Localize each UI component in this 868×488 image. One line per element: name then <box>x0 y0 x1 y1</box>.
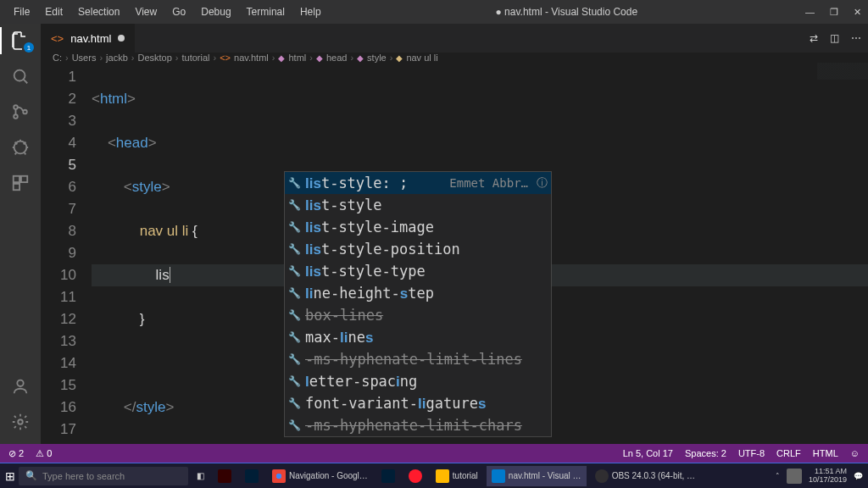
property-icon: 🔧 <box>288 282 300 304</box>
search-icon[interactable] <box>10 66 31 86</box>
taskbar-app-ai[interactable] <box>213 466 236 486</box>
status-bar: ⊘ 2 ⚠ 0 Ln 5, Col 17 Spaces: 2 UTF-8 CRL… <box>0 444 868 463</box>
svg-point-10 <box>18 419 23 424</box>
svg-point-3 <box>14 114 18 119</box>
taskbar-search[interactable]: 🔍 Type here to search <box>19 467 188 485</box>
property-icon: 🔧 <box>288 304 300 326</box>
compare-changes-icon[interactable]: ⇄ <box>810 32 818 44</box>
minimap[interactable] <box>817 63 868 181</box>
source-control-icon[interactable] <box>10 102 31 122</box>
svg-point-4 <box>23 110 27 114</box>
suggest-label: box-lines <box>305 304 548 326</box>
taskbar-explorer[interactable]: tutorial <box>431 466 483 486</box>
code-editor[interactable]: 1234 5678 9101112 13141516 1718 <html> <… <box>41 63 868 488</box>
suggest-item[interactable]: 🔧list-style-image <box>285 216 551 238</box>
minimize-button[interactable]: — <box>805 7 815 17</box>
suggest-item[interactable]: 🔧max-lines <box>285 326 551 348</box>
more-actions-icon[interactable]: ⋯ <box>851 32 861 44</box>
suggest-item[interactable]: 🔧font-variant-ligatures <box>285 392 551 414</box>
status-language[interactable]: HTML <box>813 448 838 458</box>
property-icon: 🔧 <box>288 260 300 282</box>
tray-expand-icon[interactable]: ˄ <box>776 472 780 480</box>
activity-bar: 1 <box>0 24 41 444</box>
taskbar-obs[interactable]: OBS 24.0.3 (64-bit, … <box>590 466 700 486</box>
tray-thumbnail <box>787 469 802 484</box>
accounts-icon[interactable] <box>10 376 31 396</box>
menu-file[interactable]: File <box>7 3 36 21</box>
suggest-label: letter-spacing <box>305 370 548 393</box>
system-tray[interactable]: ˄ 11:51 AM 10/17/2019 💬 <box>776 468 863 485</box>
suggest-label: list-style <box>305 194 548 217</box>
status-encoding[interactable]: UTF-8 <box>738 448 765 458</box>
suggest-label: list-style-position <box>305 238 548 261</box>
status-eol[interactable]: CRLF <box>776 448 801 458</box>
property-icon: 🔧 <box>288 238 300 260</box>
tab-bar: <> nav.html ⇄ ◫ ⋯ <box>41 24 868 53</box>
suggest-item[interactable]: 🔧list-style-position <box>285 238 551 260</box>
search-icon: 🔍 <box>25 470 37 481</box>
modified-indicator <box>118 35 125 42</box>
menu-selection[interactable]: Selection <box>71 3 126 21</box>
property-icon: 🔧 <box>288 216 300 238</box>
taskbar-app-ps[interactable] <box>240 466 264 486</box>
menu-edit[interactable]: Edit <box>38 3 70 21</box>
property-icon: 🔧 <box>288 348 300 370</box>
suggest-item[interactable]: 🔧list-style-type <box>285 260 551 282</box>
suggest-item[interactable]: 🔧line-height-step <box>285 282 551 304</box>
status-errors[interactable]: ⊘ 2 <box>8 448 24 459</box>
suggest-label: line-height-step <box>305 282 548 305</box>
tab-nav-html[interactable]: <> nav.html <box>41 24 135 53</box>
menu-debug[interactable]: Debug <box>194 3 237 21</box>
suggest-label: max-lines <box>305 326 548 349</box>
suggest-label: list-style-type <box>305 260 548 283</box>
status-indentation[interactable]: Spaces: 2 <box>685 448 726 458</box>
menu-help[interactable]: Help <box>293 3 328 21</box>
suggest-label: list-style: ; <box>305 172 444 195</box>
suggest-label: font-variant-ligatures <box>305 392 548 415</box>
status-warnings[interactable]: ⚠ 0 <box>36 448 52 459</box>
menu-view[interactable]: View <box>128 3 164 21</box>
taskbar-chrome[interactable]: Navigation - Googl… <box>267 466 373 486</box>
menu-terminal[interactable]: Terminal <box>240 3 292 21</box>
editor-area: <> nav.html ⇄ ◫ ⋯ C:› Users› jackb› Desk… <box>41 24 868 444</box>
suggest-item[interactable]: 🔧list-style: ;Emmet Abbr…ⓘ <box>285 172 551 194</box>
suggest-hint: Emmet Abbr… <box>449 172 528 194</box>
suggest-label: list-style-image <box>305 216 548 239</box>
code-content[interactable]: <html> <head> <style> nav ul li { lis } … <box>92 63 868 488</box>
close-button[interactable]: ✕ <box>854 7 861 18</box>
svg-point-0 <box>14 70 25 81</box>
gear-icon[interactable] <box>10 412 31 432</box>
notifications-icon[interactable]: 💬 <box>854 472 863 480</box>
taskbar-app-opera[interactable] <box>403 466 427 486</box>
extensions-icon[interactable] <box>10 173 31 193</box>
suggest-item[interactable]: 🔧-ms-hyphenate-limit-lines <box>285 348 551 370</box>
debug-icon[interactable] <box>10 137 31 158</box>
breadcrumb[interactable]: C:› Users› jackb› Desktop› tutorial› <>n… <box>41 53 868 63</box>
split-editor-icon[interactable]: ◫ <box>830 32 839 44</box>
status-feedback-icon[interactable]: ☺ <box>850 448 860 458</box>
status-cursor-position[interactable]: Ln 5, Col 17 <box>623 448 673 458</box>
svg-rect-7 <box>21 176 27 182</box>
suggest-item[interactable]: 🔧letter-spacing <box>285 370 551 392</box>
start-button[interactable]: ⊞ <box>5 469 15 483</box>
property-icon: 🔧 <box>288 392 300 414</box>
intellisense-popup[interactable]: 🔧list-style: ;Emmet Abbr…ⓘ🔧list-style🔧li… <box>284 171 552 437</box>
taskbar-app-ps2[interactable] <box>376 466 400 486</box>
property-icon: 🔧 <box>288 370 300 392</box>
line-numbers: 1234 5678 9101112 13141516 1718 <box>41 63 92 488</box>
html-file-icon: <> <box>51 32 64 45</box>
property-icon: 🔧 <box>288 414 300 436</box>
explorer-icon[interactable]: 1 <box>10 30 31 51</box>
taskbar-vscode[interactable]: nav.html - Visual … <box>487 466 587 486</box>
menu-go[interactable]: Go <box>165 3 192 21</box>
info-icon[interactable]: ⓘ <box>537 172 548 194</box>
suggest-item[interactable]: 🔧-ms-hyphenate-limit-chars <box>285 414 551 436</box>
suggest-label: -ms-hyphenate-limit-chars <box>305 414 548 436</box>
svg-rect-8 <box>14 184 19 190</box>
menu-bar: File Edit Selection View Go Debug Termin… <box>7 3 328 21</box>
maximize-button[interactable]: ❐ <box>830 7 838 18</box>
task-view-icon[interactable]: ◧ <box>192 466 209 486</box>
suggest-item[interactable]: 🔧list-style <box>285 194 551 216</box>
suggest-item[interactable]: 🔧box-lines <box>285 304 551 326</box>
svg-line-1 <box>24 80 28 84</box>
